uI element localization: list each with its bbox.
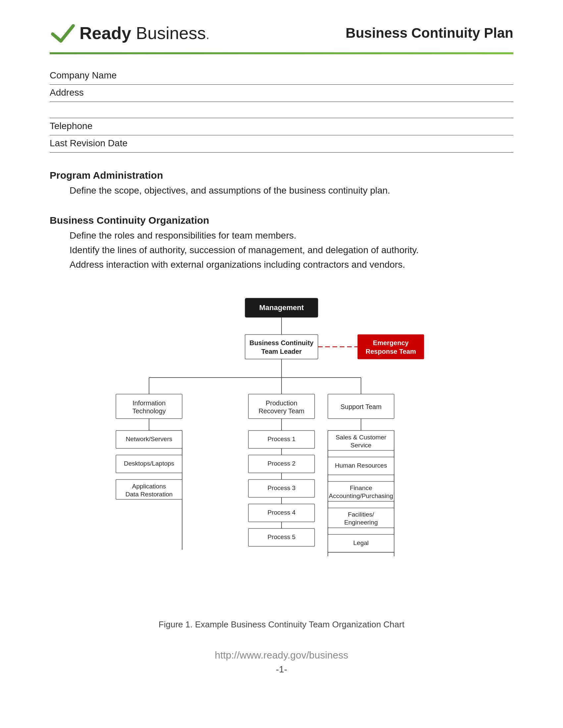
legal-node: Legal (353, 539, 369, 546)
org-chart-svg: Management Business Continuity Team Lead… (83, 292, 480, 609)
header: Ready Business. Business Continuity Plan (50, 20, 513, 46)
bco-body: Define the roles and responsibilities fo… (50, 229, 513, 272)
bctl-node-2: Team Leader (261, 348, 302, 355)
sales-node-2: Service (351, 442, 371, 449)
sales-node: Sales & Customer (336, 434, 387, 441)
logo-area: Ready Business. (50, 20, 210, 46)
bco-section: Business Continuity Organization Define … (50, 215, 513, 272)
applications-node-2: Data Restoration (125, 491, 173, 498)
process5-node: Process 5 (267, 533, 296, 540)
facilities-node-2: Engineering (344, 519, 378, 526)
program-admin-body: Define the scope, objectives, and assump… (50, 184, 513, 198)
logo-text: Ready Business. (79, 23, 210, 43)
facilities-node: Facilities/ (348, 511, 374, 518)
page-title: Business Continuity Plan (346, 25, 513, 41)
org-chart-container: Management Business Continuity Team Lead… (83, 292, 480, 630)
footer: http://www.ready.gov/business -1- (50, 650, 513, 675)
applications-node: Applications (132, 483, 166, 490)
decorative-line (50, 52, 513, 54)
support-node: Support Team (341, 403, 382, 410)
address-label: Address (50, 85, 513, 99)
emergency-node-2: Response Team (366, 348, 416, 355)
management-node: Management (259, 303, 304, 312)
human-node: Human Resources (335, 462, 387, 469)
revision-field: Last Revision Date (50, 135, 513, 153)
footer-page: -1- (50, 664, 513, 675)
bco-line-2: Identify the lines of authority, success… (70, 243, 513, 257)
process1-node: Process 1 (267, 435, 296, 442)
process3-node: Process 3 (267, 484, 296, 491)
telephone-line (50, 132, 513, 135)
bco-line-3: Address interaction with external organi… (70, 258, 513, 272)
network-node: Network/Servers (126, 435, 172, 442)
company-name-label: Company Name (50, 68, 513, 81)
program-admin-section: Program Administration Define the scope,… (50, 170, 513, 198)
logo-icon (50, 20, 76, 46)
finance-node: Finance (350, 484, 372, 491)
bctl-node: Business Continuity (249, 339, 314, 346)
company-name-line (50, 81, 513, 85)
revision-line (50, 149, 513, 153)
program-admin-title: Program Administration (50, 170, 513, 181)
desktops-node: Desktops/Laptops (124, 460, 174, 467)
info-tech-node-2: Technology (132, 407, 165, 415)
company-name-field: Company Name (50, 68, 513, 85)
svg-rect-4 (358, 335, 424, 359)
revision-label: Last Revision Date (50, 135, 513, 149)
address-line (50, 99, 513, 102)
telephone-label: Telephone (50, 118, 513, 132)
program-admin-text: Define the scope, objectives, and assump… (70, 184, 513, 198)
telephone-field: Telephone (50, 118, 513, 135)
bco-title: Business Continuity Organization (50, 215, 513, 226)
footer-url: http://www.ready.gov/business (50, 650, 513, 661)
emergency-node: Emergency (373, 339, 409, 346)
svg-rect-2 (245, 335, 318, 359)
process4-node: Process 4 (267, 509, 296, 516)
address-field: Address (50, 85, 513, 102)
production-node-2: Recovery Team (258, 407, 305, 415)
process2-node: Process 2 (267, 460, 296, 467)
info-tech-node: Information (132, 399, 165, 407)
figure-caption: Figure 1. Example Business Continuity Te… (83, 619, 480, 630)
bco-line-1: Define the roles and responsibilities fo… (70, 229, 513, 243)
production-node: Production (265, 399, 298, 407)
finance-node-2: Accounting/Purchasing (329, 492, 393, 499)
